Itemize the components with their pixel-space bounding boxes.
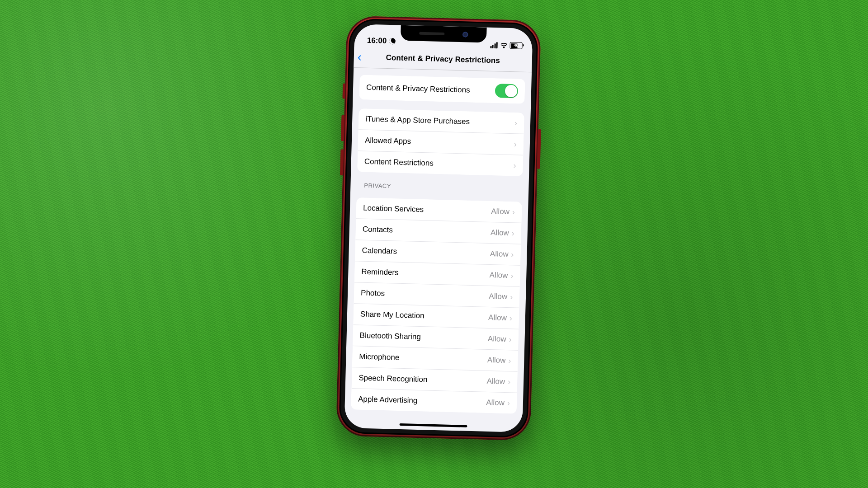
chevron-right-icon: › <box>510 271 514 281</box>
row-label: Calendars <box>362 246 490 258</box>
row-label: Apple Advertising <box>358 394 486 407</box>
front-camera <box>462 32 468 37</box>
privacy-section-header: PRIVACY <box>364 182 515 193</box>
chevron-right-icon: › <box>509 314 513 323</box>
main-links-group: iTunes & App Store Purchases › Allowed A… <box>357 108 524 176</box>
chevron-right-icon: › <box>512 207 515 217</box>
chevron-right-icon: › <box>514 118 518 128</box>
row-label: iTunes & App Store Purchases <box>365 115 514 128</box>
chevron-right-icon: › <box>509 335 512 344</box>
chevron-right-icon: › <box>513 161 516 170</box>
row-value: Allow <box>490 249 509 259</box>
row-label: Speech Recognition <box>359 373 487 385</box>
wifi-icon <box>500 42 507 48</box>
mute-switch <box>342 83 345 99</box>
row-value: Allow <box>489 292 507 301</box>
iphone-device: 16:00 40 ‹ Content & Privacy Restriction… <box>336 16 541 441</box>
apple-advertising-row[interactable]: Apple Advertising Allow › <box>351 388 517 414</box>
row-value: Allow <box>491 207 509 216</box>
display-notch <box>401 25 487 43</box>
chevron-right-icon: › <box>508 356 511 366</box>
row-label: Location Services <box>363 204 491 216</box>
row-label: Share My Location <box>360 310 489 322</box>
status-time: 16:00 <box>367 36 387 46</box>
chevron-right-icon: › <box>508 377 511 387</box>
chevron-right-icon: › <box>507 399 510 408</box>
row-label: Photos <box>361 289 489 301</box>
cellular-signal-icon <box>490 42 498 48</box>
row-value: Allow <box>486 377 505 386</box>
row-label: Contacts <box>363 225 491 237</box>
phone-screen: 16:00 40 ‹ Content & Privacy Restriction… <box>344 24 533 432</box>
row-value: Allow <box>488 334 506 344</box>
chevron-right-icon: › <box>514 140 517 149</box>
earpiece-speaker <box>419 32 444 35</box>
privacy-group: Location Services Allow › Contacts Allow… <box>351 197 522 413</box>
row-value: Allow <box>486 398 505 408</box>
row-label: Allowed Apps <box>365 136 514 149</box>
row-label: Content Restrictions <box>364 157 514 170</box>
row-value: Allow <box>487 356 506 365</box>
row-label: Bluetooth Sharing <box>359 331 488 343</box>
content-restrictions-row[interactable]: Content Restrictions › <box>357 150 523 176</box>
row-label: Reminders <box>361 267 490 280</box>
toggle-switch-on[interactable] <box>495 84 519 98</box>
chevron-right-icon: › <box>511 229 514 238</box>
master-toggle-group: Content & Privacy Restrictions <box>359 75 525 104</box>
back-button[interactable]: ‹ <box>357 47 362 67</box>
settings-scroll-view[interactable]: Content & Privacy Restrictions iTunes & … <box>344 66 532 432</box>
row-value: Allow <box>489 271 508 280</box>
toggle-label: Content & Privacy Restrictions <box>366 83 495 95</box>
content-privacy-toggle-row[interactable]: Content & Privacy Restrictions <box>359 75 525 104</box>
chevron-left-icon: ‹ <box>357 50 362 64</box>
battery-icon: 40 <box>509 42 522 49</box>
battery-percentage: 40 <box>511 42 521 48</box>
row-label: Microphone <box>359 352 487 365</box>
page-title: Content & Privacy Restrictions <box>386 53 500 66</box>
row-value: Allow <box>491 228 509 238</box>
chevron-right-icon: › <box>510 292 513 302</box>
do-not-disturb-icon <box>389 38 396 44</box>
row-value: Allow <box>488 313 507 323</box>
chevron-right-icon: › <box>511 250 514 259</box>
